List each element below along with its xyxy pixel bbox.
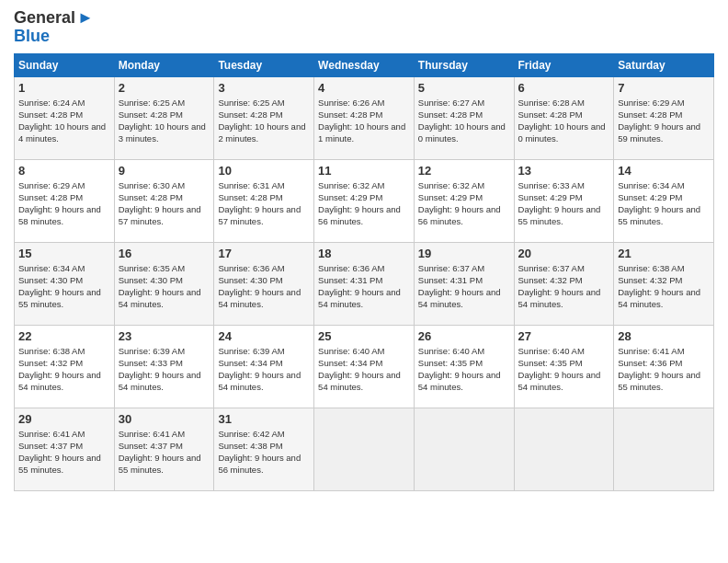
day-number: 31 bbox=[218, 412, 310, 426]
day-cell: 30 Sunrise: 6:41 AM Sunset: 4:37 PM Dayl… bbox=[114, 408, 214, 490]
day-info: Sunrise: 6:34 AM Sunset: 4:30 PM Dayligh… bbox=[18, 262, 110, 311]
day-number: 15 bbox=[18, 247, 110, 260]
day-number: 12 bbox=[418, 164, 510, 178]
day-info: Sunrise: 6:41 AM Sunset: 4:37 PM Dayligh… bbox=[18, 428, 110, 477]
col-header-tuesday: Tuesday bbox=[214, 53, 314, 76]
day-number: 22 bbox=[18, 329, 110, 343]
day-number: 11 bbox=[318, 164, 410, 178]
day-cell: 8 Sunrise: 6:29 AM Sunset: 4:28 PM Dayli… bbox=[15, 159, 115, 242]
day-cell: 22 Sunrise: 6:38 AM Sunset: 4:32 PM Dayl… bbox=[15, 325, 115, 408]
day-info: Sunrise: 6:28 AM Sunset: 4:28 PM Dayligh… bbox=[518, 97, 610, 145]
day-number: 21 bbox=[618, 247, 710, 260]
day-cell: 7 Sunrise: 6:29 AM Sunset: 4:28 PM Dayli… bbox=[614, 76, 714, 159]
day-number: 7 bbox=[618, 81, 710, 95]
day-cell: 11 Sunrise: 6:32 AM Sunset: 4:29 PM Dayl… bbox=[314, 159, 415, 242]
day-info: Sunrise: 6:31 AM Sunset: 4:28 PM Dayligh… bbox=[218, 179, 310, 228]
day-info: Sunrise: 6:37 AM Sunset: 4:32 PM Dayligh… bbox=[518, 262, 610, 311]
day-number: 25 bbox=[318, 329, 410, 343]
logo-blue-arrow: ► bbox=[77, 9, 94, 28]
day-info: Sunrise: 6:34 AM Sunset: 4:29 PM Dayligh… bbox=[618, 179, 710, 228]
day-number: 30 bbox=[119, 412, 210, 426]
day-info: Sunrise: 6:33 AM Sunset: 4:29 PM Dayligh… bbox=[518, 179, 610, 228]
day-cell: 29 Sunrise: 6:41 AM Sunset: 4:37 PM Dayl… bbox=[15, 408, 115, 490]
col-header-thursday: Thursday bbox=[414, 53, 514, 76]
calendar-table: SundayMondayTuesdayWednesdayThursdayFrid… bbox=[14, 53, 714, 491]
day-info: Sunrise: 6:30 AM Sunset: 4:28 PM Dayligh… bbox=[119, 179, 210, 228]
day-cell: 31 Sunrise: 6:42 AM Sunset: 4:38 PM Dayl… bbox=[214, 408, 314, 490]
day-number: 24 bbox=[218, 329, 310, 343]
day-cell: 21 Sunrise: 6:38 AM Sunset: 4:32 PM Dayl… bbox=[614, 242, 714, 325]
day-cell bbox=[514, 408, 614, 490]
day-number: 27 bbox=[518, 329, 610, 343]
day-number: 8 bbox=[18, 164, 110, 178]
day-cell: 13 Sunrise: 6:33 AM Sunset: 4:29 PM Dayl… bbox=[514, 159, 614, 242]
day-cell: 12 Sunrise: 6:32 AM Sunset: 4:29 PM Dayl… bbox=[414, 159, 514, 242]
day-cell: 4 Sunrise: 6:26 AM Sunset: 4:28 PM Dayli… bbox=[314, 76, 415, 159]
day-cell: 19 Sunrise: 6:37 AM Sunset: 4:31 PM Dayl… bbox=[414, 242, 514, 325]
day-info: Sunrise: 6:25 AM Sunset: 4:28 PM Dayligh… bbox=[119, 97, 210, 145]
day-info: Sunrise: 6:37 AM Sunset: 4:31 PM Dayligh… bbox=[418, 262, 510, 311]
day-cell bbox=[414, 408, 514, 490]
day-number: 6 bbox=[518, 81, 610, 95]
col-header-wednesday: Wednesday bbox=[314, 53, 415, 76]
day-cell: 18 Sunrise: 6:36 AM Sunset: 4:31 PM Dayl… bbox=[314, 242, 415, 325]
day-number: 10 bbox=[218, 164, 310, 178]
day-info: Sunrise: 6:29 AM Sunset: 4:28 PM Dayligh… bbox=[618, 97, 710, 145]
day-cell: 25 Sunrise: 6:40 AM Sunset: 4:34 PM Dayl… bbox=[314, 325, 415, 408]
day-cell: 17 Sunrise: 6:36 AM Sunset: 4:30 PM Dayl… bbox=[214, 242, 314, 325]
logo: General ► Blue bbox=[14, 9, 94, 46]
day-number: 17 bbox=[218, 247, 310, 260]
day-info: Sunrise: 6:32 AM Sunset: 4:29 PM Dayligh… bbox=[418, 179, 510, 228]
day-info: Sunrise: 6:36 AM Sunset: 4:31 PM Dayligh… bbox=[318, 262, 410, 311]
day-info: Sunrise: 6:39 AM Sunset: 4:34 PM Dayligh… bbox=[218, 345, 310, 394]
day-cell: 6 Sunrise: 6:28 AM Sunset: 4:28 PM Dayli… bbox=[514, 76, 614, 159]
day-info: Sunrise: 6:38 AM Sunset: 4:32 PM Dayligh… bbox=[618, 262, 710, 311]
week-row-4: 22 Sunrise: 6:38 AM Sunset: 4:32 PM Dayl… bbox=[15, 325, 714, 408]
day-info: Sunrise: 6:38 AM Sunset: 4:32 PM Dayligh… bbox=[18, 345, 110, 394]
day-info: Sunrise: 6:25 AM Sunset: 4:28 PM Dayligh… bbox=[218, 97, 310, 145]
day-cell: 3 Sunrise: 6:25 AM Sunset: 4:28 PM Dayli… bbox=[214, 76, 314, 159]
day-cell: 28 Sunrise: 6:41 AM Sunset: 4:36 PM Dayl… bbox=[614, 325, 714, 408]
page-header: General ► Blue bbox=[14, 9, 714, 46]
col-header-friday: Friday bbox=[514, 53, 614, 76]
logo-container: General ► Blue bbox=[14, 9, 94, 46]
day-cell: 5 Sunrise: 6:27 AM Sunset: 4:28 PM Dayli… bbox=[414, 76, 514, 159]
day-number: 3 bbox=[218, 81, 310, 95]
day-info: Sunrise: 6:29 AM Sunset: 4:28 PM Dayligh… bbox=[18, 179, 110, 228]
day-number: 29 bbox=[18, 412, 110, 426]
week-row-5: 29 Sunrise: 6:41 AM Sunset: 4:37 PM Dayl… bbox=[15, 408, 714, 490]
header-row: SundayMondayTuesdayWednesdayThursdayFrid… bbox=[15, 53, 714, 76]
day-cell: 27 Sunrise: 6:40 AM Sunset: 4:35 PM Dayl… bbox=[514, 325, 614, 408]
col-header-monday: Monday bbox=[114, 53, 214, 76]
day-cell: 26 Sunrise: 6:40 AM Sunset: 4:35 PM Dayl… bbox=[414, 325, 514, 408]
day-number: 13 bbox=[518, 164, 610, 178]
day-info: Sunrise: 6:26 AM Sunset: 4:28 PM Dayligh… bbox=[318, 97, 410, 145]
day-number: 26 bbox=[418, 329, 510, 343]
day-info: Sunrise: 6:36 AM Sunset: 4:30 PM Dayligh… bbox=[218, 262, 310, 311]
day-number: 20 bbox=[518, 247, 610, 260]
day-info: Sunrise: 6:35 AM Sunset: 4:30 PM Dayligh… bbox=[119, 262, 210, 311]
day-cell: 2 Sunrise: 6:25 AM Sunset: 4:28 PM Dayli… bbox=[114, 76, 214, 159]
logo-general-text: General bbox=[14, 9, 75, 28]
day-number: 23 bbox=[119, 329, 210, 343]
day-number: 19 bbox=[418, 247, 510, 260]
logo-blue-text: Blue bbox=[14, 27, 50, 45]
day-cell: 14 Sunrise: 6:34 AM Sunset: 4:29 PM Dayl… bbox=[614, 159, 714, 242]
day-cell: 20 Sunrise: 6:37 AM Sunset: 4:32 PM Dayl… bbox=[514, 242, 614, 325]
day-cell: 10 Sunrise: 6:31 AM Sunset: 4:28 PM Dayl… bbox=[214, 159, 314, 242]
day-info: Sunrise: 6:32 AM Sunset: 4:29 PM Dayligh… bbox=[318, 179, 410, 228]
day-number: 2 bbox=[119, 81, 210, 95]
week-row-2: 8 Sunrise: 6:29 AM Sunset: 4:28 PM Dayli… bbox=[15, 159, 714, 242]
day-number: 14 bbox=[618, 164, 710, 178]
week-row-1: 1 Sunrise: 6:24 AM Sunset: 4:28 PM Dayli… bbox=[15, 76, 714, 159]
week-row-3: 15 Sunrise: 6:34 AM Sunset: 4:30 PM Dayl… bbox=[15, 242, 714, 325]
day-number: 9 bbox=[119, 164, 210, 178]
day-cell: 1 Sunrise: 6:24 AM Sunset: 4:28 PM Dayli… bbox=[15, 76, 115, 159]
day-info: Sunrise: 6:40 AM Sunset: 4:34 PM Dayligh… bbox=[318, 345, 410, 394]
day-number: 16 bbox=[119, 247, 210, 260]
day-cell: 23 Sunrise: 6:39 AM Sunset: 4:33 PM Dayl… bbox=[114, 325, 214, 408]
day-info: Sunrise: 6:39 AM Sunset: 4:33 PM Dayligh… bbox=[119, 345, 210, 394]
day-cell bbox=[614, 408, 714, 490]
day-number: 5 bbox=[418, 81, 510, 95]
day-info: Sunrise: 6:42 AM Sunset: 4:38 PM Dayligh… bbox=[218, 428, 310, 477]
